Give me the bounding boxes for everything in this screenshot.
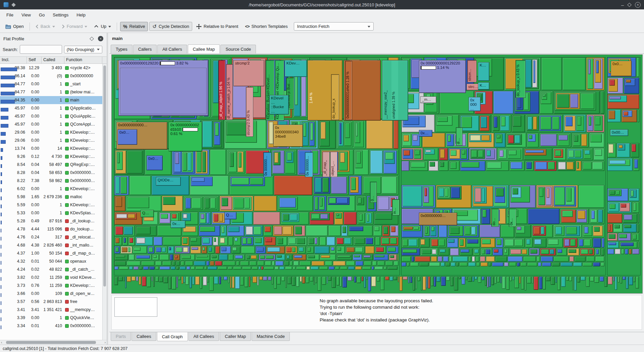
treemap-cell[interactable] (279, 198, 296, 208)
treemap-cell[interactable] (209, 247, 212, 252)
treemap-cell[interactable] (534, 239, 541, 245)
treemap-cell[interactable] (613, 276, 614, 281)
treemap-cell[interactable] (250, 261, 257, 266)
treemap-cell[interactable] (296, 276, 299, 287)
treemap-cell[interactable] (489, 276, 491, 287)
treemap-cell[interactable] (589, 249, 593, 254)
table-row[interactable]: 5.590.001KDevelop::… (0, 201, 102, 209)
treemap-cell[interactable] (375, 255, 384, 257)
treemap-cell[interactable] (608, 144, 613, 153)
treemap-cell[interactable] (315, 276, 317, 283)
treemap-cell[interactable] (287, 255, 289, 259)
treemap-cell[interactable] (129, 176, 151, 195)
treemap-cell[interactable] (214, 214, 218, 222)
treemap-cell[interactable] (431, 227, 434, 231)
treemap-cell[interactable] (176, 266, 179, 270)
treemap-cell[interactable] (259, 276, 263, 280)
treemap-cell[interactable] (264, 266, 274, 270)
treemap-cell[interactable] (528, 117, 532, 130)
treemap-cell[interactable] (364, 255, 371, 258)
treemap-cell[interactable] (441, 262, 445, 266)
treemap-cell[interactable] (210, 149, 226, 175)
treemap-cell[interactable] (445, 262, 450, 266)
treemap-cell[interactable] (356, 151, 361, 164)
treemap-cell[interactable] (497, 135, 500, 138)
table-row[interactable]: 9.260.124 730KDevelop::… (0, 152, 102, 161)
treemap-cell[interactable] (141, 261, 155, 266)
treemap-cell[interactable] (410, 276, 412, 283)
treemap-cell[interactable] (589, 117, 591, 126)
treemap-cell[interactable] (542, 262, 551, 266)
treemap-cell[interactable] (443, 256, 448, 262)
treemap-cell[interactable] (281, 276, 285, 281)
treemap-block-r-do-lookup[interactable]: do_lookup_x 0.43 % (516, 60, 526, 98)
treemap-cell[interactable] (251, 276, 252, 280)
treemap-cell[interactable] (253, 276, 257, 283)
treemap-cell[interactable] (257, 247, 264, 252)
treemap-cell[interactable] (186, 266, 190, 270)
callee-map[interactable]: 0x00000000001292203.82 %_dl_map_object 1… (111, 54, 643, 294)
treemap-cell[interactable] (333, 261, 345, 266)
table-row[interactable]: 8.227.3858 9820x0000000… (0, 177, 102, 185)
table-row[interactable]: 3.340.014100x0000000… (0, 322, 102, 330)
event-type-combo[interactable]: Instruction Fetch (294, 22, 374, 31)
treemap-cell[interactable] (574, 135, 578, 142)
tab-all-callees[interactable]: All Callees (189, 332, 219, 341)
treemap-cell[interactable] (215, 246, 220, 254)
treemap-cell[interactable] (462, 117, 472, 128)
treemap-cell[interactable] (388, 247, 396, 252)
treemap-cell[interactable] (476, 262, 480, 266)
treemap-cell[interactable] (586, 256, 595, 262)
treemap-cell[interactable] (183, 276, 185, 283)
tab-callers[interactable]: Callers (133, 45, 157, 53)
treemap-cell[interactable] (178, 276, 181, 280)
treemap-cell[interactable] (228, 266, 232, 270)
maximize-button[interactable] (628, 3, 631, 6)
treemap-cell[interactable] (196, 266, 204, 270)
treemap-cell[interactable] (312, 214, 320, 219)
treemap-cell[interactable] (391, 226, 395, 232)
treemap-cell[interactable] (266, 255, 274, 259)
treemap-cell[interactable] (337, 247, 341, 251)
treemap-cell[interactable] (311, 266, 319, 270)
treemap-cell[interactable] (558, 135, 568, 140)
treemap-cell[interactable] (487, 276, 489, 288)
treemap-cell[interactable] (543, 94, 546, 97)
treemap-cell[interactable] (285, 276, 287, 288)
treemap-cell[interactable] (557, 94, 569, 108)
treemap-cell[interactable] (202, 151, 206, 172)
treemap-block-0x-blue-3[interactable]: 0x0… (147, 156, 163, 170)
treemap-cell[interactable] (595, 256, 604, 262)
treemap-cell[interactable] (131, 276, 136, 281)
treemap-cell[interactable] (292, 247, 295, 252)
treemap-cell[interactable] (228, 226, 239, 232)
treemap-cell[interactable] (133, 266, 139, 270)
treemap-cell[interactable] (183, 214, 187, 218)
treemap-cell[interactable] (604, 276, 607, 287)
treemap-cell[interactable] (557, 276, 561, 290)
tab-all-callers[interactable]: All Callers (157, 45, 187, 53)
treemap-cell[interactable] (332, 276, 336, 288)
treemap-cell[interactable] (481, 262, 488, 266)
treemap-cell[interactable] (124, 226, 133, 235)
treemap-cell[interactable] (364, 261, 372, 266)
treemap-cell[interactable] (312, 261, 324, 266)
treemap-cell[interactable] (460, 239, 464, 246)
treemap-cell[interactable] (380, 276, 384, 290)
treemap-cell[interactable] (232, 276, 234, 288)
treemap-cell[interactable] (475, 276, 477, 279)
table-row[interactable]: 29.060.001KDevelop::… (0, 136, 102, 144)
treemap-cell[interactable] (478, 276, 481, 283)
treemap-cell[interactable] (337, 255, 351, 258)
treemap-cell[interactable] (526, 239, 530, 245)
treemap-cell[interactable] (547, 188, 549, 198)
treemap-cell[interactable] (176, 276, 177, 288)
treemap-cell[interactable] (372, 266, 374, 270)
treemap-cell[interactable] (277, 255, 282, 258)
treemap-cell[interactable] (515, 135, 520, 143)
treemap-cell[interactable] (356, 123, 358, 136)
treemap-cell[interactable] (474, 249, 479, 253)
treemap-cell[interactable] (541, 256, 553, 262)
treemap-cell[interactable] (615, 276, 617, 290)
treemap-block-0x-000[interactable]: 0x 000… (469, 97, 481, 111)
